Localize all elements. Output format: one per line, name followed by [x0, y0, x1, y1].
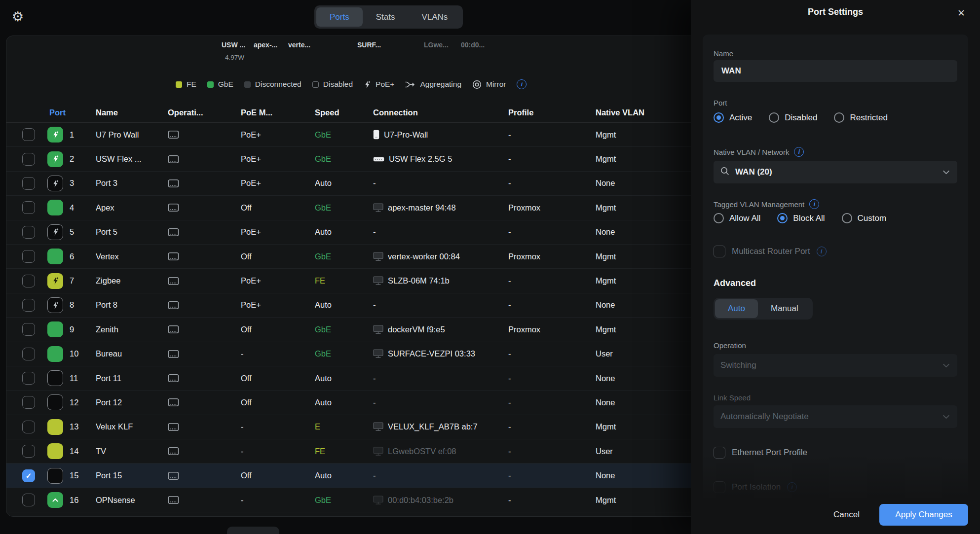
- port-number-cell: 2: [70, 154, 96, 164]
- radio-dot: [714, 112, 724, 123]
- port-state-radio-restricted[interactable]: Restricted: [834, 112, 888, 123]
- port-number-cell: 14: [70, 447, 96, 456]
- tagged-vlan-radio-allow-all[interactable]: Allow All: [714, 213, 760, 223]
- tagged-vlan-radio-block-all[interactable]: Block All: [777, 213, 825, 223]
- mode-segment-manual[interactable]: Manual: [758, 299, 811, 318]
- row-select-checkbox[interactable]: [22, 250, 35, 263]
- tagged-vlan-label-row: Tagged VLAN Management i: [714, 199, 957, 209]
- port-status-icon: [47, 249, 63, 264]
- panel-footer: Cancel Apply Changes: [691, 502, 980, 534]
- tab-ports[interactable]: Ports: [316, 7, 363, 27]
- portmap-device-label: USW ...: [222, 41, 245, 49]
- port-state-radio-active[interactable]: Active: [714, 112, 752, 123]
- poe-mode-cell: Off: [241, 203, 315, 213]
- multicast-router-checkbox-row[interactable]: Multicast Router Port i: [714, 246, 957, 257]
- column-header-connection[interactable]: Connection: [373, 108, 508, 117]
- switch-device-icon: [168, 251, 179, 261]
- switch-icon: [373, 157, 384, 162]
- column-header-profile[interactable]: Profile: [508, 108, 596, 117]
- legend-item-info: i: [517, 79, 527, 89]
- apply-changes-button[interactable]: Apply Changes: [879, 504, 968, 526]
- operation-device-icon: [168, 154, 241, 164]
- row-select-checkbox[interactable]: ✓: [22, 469, 35, 482]
- speed-cell: GbE: [315, 496, 373, 505]
- column-header-name[interactable]: Name: [96, 108, 168, 117]
- row-select-checkbox[interactable]: [22, 323, 35, 336]
- native-vlan-select[interactable]: WAN (20): [714, 161, 957, 183]
- settings-gear-icon[interactable]: ⚙: [8, 7, 28, 27]
- profile-cell: -: [508, 154, 596, 164]
- info-icon: i: [817, 247, 827, 256]
- operation-device-icon: [168, 203, 241, 213]
- row-select-checkbox[interactable]: [22, 177, 35, 190]
- connection-name: 00:d0:b4:03:be:2b: [388, 496, 453, 505]
- operation-device-icon: [168, 397, 241, 407]
- port-status-icon: [47, 492, 63, 508]
- row-select-checkbox[interactable]: [22, 396, 35, 409]
- connection-name: -: [373, 374, 376, 383]
- connection-name: USW Flex 2.5G 5: [389, 154, 452, 164]
- row-select-checkbox[interactable]: [22, 421, 35, 433]
- cancel-button[interactable]: Cancel: [833, 510, 860, 520]
- row-select-checkbox[interactable]: [22, 275, 35, 287]
- port-number-cell: 16: [70, 496, 96, 505]
- switch-device-icon: [168, 397, 179, 407]
- row-select-checkbox[interactable]: [22, 201, 35, 214]
- link-speed-select[interactable]: Automatically Negotiate: [714, 405, 957, 428]
- connection-name: VELUX_KLF_AB7B ab:7: [388, 422, 478, 431]
- port-isolation-checkbox-row[interactable]: Port Isolation i: [714, 481, 957, 493]
- row-select-checkbox[interactable]: [22, 494, 35, 506]
- connection-name: vertex-worker 00:84: [388, 252, 460, 261]
- row-select-checkbox[interactable]: [22, 226, 35, 239]
- poe-mode-cell: Off: [241, 252, 315, 261]
- multicast-checkbox[interactable]: [714, 246, 725, 257]
- column-header-operation[interactable]: Operati...: [168, 108, 241, 117]
- close-icon[interactable]: ✕: [953, 5, 969, 21]
- tagged-vlan-radio-custom[interactable]: Custom: [842, 213, 887, 223]
- speed-cell: Auto: [315, 178, 373, 188]
- pagination-button-partial[interactable]: [227, 527, 279, 534]
- port-isolation-checkbox[interactable]: [714, 481, 725, 493]
- row-select-checkbox[interactable]: [22, 128, 35, 141]
- profile-cell: -: [508, 398, 596, 407]
- mirror-icon: [472, 80, 482, 89]
- ethernet-port-profile-checkbox-row[interactable]: Ethernet Port Profile: [714, 447, 957, 459]
- tab-vlans[interactable]: VLANs: [408, 7, 461, 27]
- row-select-checkbox[interactable]: [22, 348, 35, 360]
- mode-segment-auto[interactable]: Auto: [715, 299, 758, 318]
- connection-name: SURFACE-VEZPI 03:33: [388, 349, 475, 358]
- ethernet-profile-checkbox[interactable]: [714, 447, 725, 459]
- info-icon[interactable]: i: [517, 79, 527, 89]
- row-select-checkbox[interactable]: [22, 445, 35, 458]
- speed-cell: Auto: [315, 227, 373, 237]
- port-status-icon: [47, 176, 63, 191]
- port-name-cell: Port 5: [96, 227, 168, 237]
- port-state-radio-disabled[interactable]: Disabled: [769, 112, 817, 123]
- info-icon[interactable]: i: [794, 147, 804, 157]
- operation-select[interactable]: Switching: [714, 354, 957, 377]
- tagged-vlan-radio-group: Allow AllBlock AllCustom: [714, 213, 957, 223]
- speed-cell: GbE: [315, 203, 373, 213]
- connection-name: apex-master 94:48: [388, 203, 456, 213]
- connection-name: -: [373, 227, 376, 237]
- link-speed-label: Link Speed: [714, 393, 957, 402]
- column-header-poe-mode[interactable]: PoE M...: [241, 108, 315, 117]
- tab-stats[interactable]: Stats: [363, 7, 409, 27]
- info-icon[interactable]: i: [809, 199, 819, 209]
- column-header-port[interactable]: Port: [47, 108, 96, 117]
- name-input[interactable]: WAN: [714, 60, 957, 82]
- speed-cell: E: [315, 422, 373, 431]
- connection-cell: vertex-worker 00:84: [373, 252, 508, 261]
- column-header-speed[interactable]: Speed: [315, 108, 373, 117]
- port-status-icon: [47, 224, 63, 240]
- legend-item-disconnected: Disconnected: [244, 80, 302, 89]
- profile-cell: -: [508, 496, 596, 505]
- link-speed-value: Automatically Negotiate: [720, 412, 809, 422]
- profile-cell: -: [508, 227, 596, 237]
- operation-device-icon: [168, 446, 241, 456]
- ethernet-profile-label: Ethernet Port Profile: [732, 448, 807, 458]
- poe-mode-cell: PoE+: [241, 227, 315, 237]
- row-select-checkbox[interactable]: [22, 299, 35, 312]
- row-select-checkbox[interactable]: [22, 153, 35, 166]
- row-select-checkbox[interactable]: [22, 372, 35, 385]
